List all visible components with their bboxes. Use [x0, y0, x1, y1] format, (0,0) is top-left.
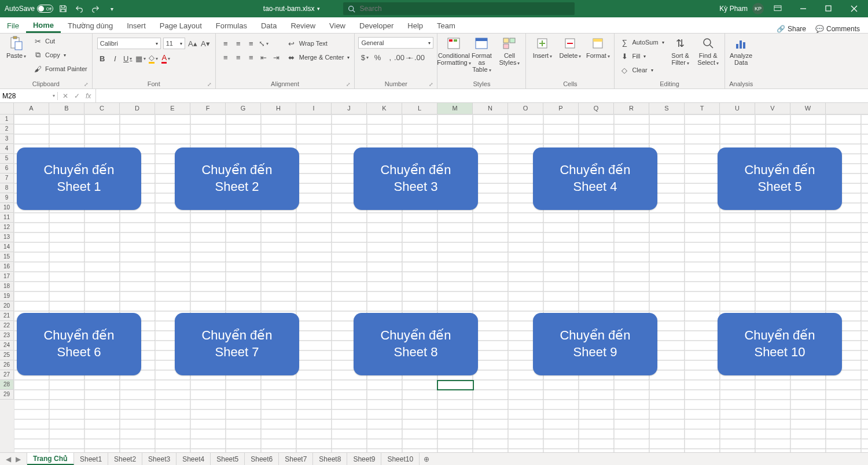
column-header[interactable]: F: [190, 103, 226, 114]
close-icon[interactable]: [843, 0, 866, 17]
cell-styles-button[interactable]: Cell Styles: [496, 35, 522, 68]
row-header[interactable]: 4: [0, 144, 14, 154]
paste-button[interactable]: Paste: [3, 35, 29, 61]
border-button[interactable]: ▦: [135, 53, 146, 64]
delete-cells-button[interactable]: Delete: [557, 35, 583, 61]
row-header[interactable]: 24: [0, 341, 14, 350]
column-header[interactable]: M: [437, 103, 473, 114]
font-launcher-icon[interactable]: ⤢: [207, 82, 212, 87]
align-top-icon[interactable]: ≡: [220, 38, 231, 49]
decrease-font-icon[interactable]: A▾: [200, 38, 211, 49]
redo-icon[interactable]: [89, 2, 102, 15]
align-middle-icon[interactable]: ≡: [233, 38, 244, 49]
ribbon-display-icon[interactable]: [766, 0, 789, 17]
copy-button[interactable]: ⧉Copy▾: [31, 49, 89, 61]
user-avatar[interactable]: KP: [752, 3, 764, 14]
tab-data[interactable]: Data: [254, 19, 284, 33]
sheet-tab[interactable]: Sheet8: [313, 453, 347, 465]
share-button[interactable]: 🔗 Share: [777, 25, 806, 33]
sheet-tab[interactable]: Sheet3: [142, 453, 176, 465]
active-cell[interactable]: [437, 380, 474, 390]
qat-customize-icon[interactable]: ▾: [105, 2, 118, 15]
nav-shape-8[interactable]: Chuyển đếnSheet 8: [354, 313, 478, 375]
decrease-decimal-icon[interactable]: ←.00: [410, 52, 421, 62]
tab-home[interactable]: Home: [26, 18, 61, 33]
column-header[interactable]: U: [720, 103, 755, 114]
column-header[interactable]: R: [614, 103, 649, 114]
column-header[interactable]: N: [473, 103, 508, 114]
tab-insert[interactable]: Insert: [120, 19, 153, 33]
tab-developer[interactable]: Developer: [352, 19, 400, 33]
font-color-button[interactable]: A: [161, 53, 171, 64]
tab-team[interactable]: Team: [430, 19, 462, 33]
row-header[interactable]: 22: [0, 321, 14, 331]
sheet-prev-icon[interactable]: ◀: [6, 455, 11, 463]
user-name[interactable]: Kỳ Pham: [719, 5, 748, 13]
tab-help[interactable]: Help: [400, 19, 430, 33]
row-header[interactable]: 8: [0, 183, 14, 193]
sheet-tab[interactable]: Sheet7: [279, 453, 313, 465]
nav-shape-7[interactable]: Chuyển đếnSheet 7: [175, 313, 299, 375]
filename[interactable]: tao-nut-bam.xlsx▾: [263, 5, 320, 13]
fill-button[interactable]: ⬇Fill▾: [618, 50, 665, 62]
row-header[interactable]: 16: [0, 262, 14, 272]
row-header[interactable]: 9: [0, 193, 14, 203]
search-input[interactable]: [360, 5, 570, 13]
maximize-icon[interactable]: [817, 0, 840, 17]
add-sheet-button[interactable]: ⊕: [420, 453, 433, 465]
column-header[interactable]: T: [685, 103, 720, 114]
column-header[interactable]: K: [367, 103, 402, 114]
sheet-tab[interactable]: Sheet1: [74, 453, 108, 465]
column-header[interactable]: B: [49, 103, 84, 114]
nav-shape-9[interactable]: Chuyển đếnSheet 9: [533, 313, 657, 375]
column-header[interactable]: O: [508, 103, 543, 114]
row-header[interactable]: 28: [0, 380, 14, 390]
autosum-button[interactable]: ∑AutoSum▾: [618, 36, 665, 49]
column-header[interactable]: D: [120, 103, 155, 114]
underline-button[interactable]: U: [123, 53, 133, 64]
column-header[interactable]: Q: [579, 103, 614, 114]
wrap-text-button[interactable]: ↩Wrap Text: [285, 37, 351, 50]
enter-formula-icon[interactable]: ✓: [74, 92, 80, 100]
minimize-icon[interactable]: [792, 0, 815, 17]
column-header[interactable]: G: [226, 103, 261, 114]
cells-area[interactable]: Chuyển đếnSheet 1Chuyển đếnSheet 2Chuyển…: [14, 115, 868, 452]
sheet-tab[interactable]: Sheet9: [347, 453, 381, 465]
column-header[interactable]: W: [790, 103, 826, 114]
row-header[interactable]: 25: [0, 350, 14, 360]
row-header[interactable]: 27: [0, 370, 14, 380]
analyze-data-button[interactable]: Analyze Data: [729, 35, 754, 67]
conditional-formatting-button[interactable]: Conditional Formatting: [441, 35, 466, 68]
align-right-icon[interactable]: ≡: [246, 52, 256, 62]
row-header[interactable]: 10: [0, 203, 14, 213]
format-cells-button[interactable]: Format: [585, 35, 610, 61]
accounting-format-icon[interactable]: $: [359, 52, 370, 62]
increase-font-icon[interactable]: A▴: [187, 38, 198, 49]
column-header[interactable]: J: [332, 103, 367, 114]
tab-thường-dùng[interactable]: Thường dùng: [61, 19, 120, 33]
merge-center-button[interactable]: ⬌Merge & Center▾: [285, 51, 351, 64]
row-header[interactable]: 20: [0, 301, 14, 311]
row-header[interactable]: 6: [0, 164, 14, 174]
nav-shape-6[interactable]: Chuyển đếnSheet 6: [17, 313, 141, 375]
orientation-icon[interactable]: ⤡: [259, 38, 269, 49]
column-header[interactable]: P: [543, 103, 579, 114]
row-header[interactable]: 7: [0, 174, 14, 183]
sheet-tab[interactable]: Trang Chủ: [27, 453, 74, 465]
column-header[interactable]: C: [84, 103, 120, 114]
nav-shape-5[interactable]: Chuyển đếnSheet 5: [718, 147, 842, 210]
tab-review[interactable]: Review: [284, 19, 322, 33]
decrease-indent-icon[interactable]: ⇤: [259, 52, 269, 62]
row-header[interactable]: 14: [0, 242, 14, 252]
column-header[interactable]: S: [649, 103, 685, 114]
save-icon[interactable]: [57, 2, 69, 15]
sheet-tab[interactable]: Sheet2: [108, 453, 142, 465]
row-header[interactable]: 1: [0, 115, 14, 124]
row-header[interactable]: 2: [0, 124, 14, 134]
font-size-input[interactable]: 11▾: [163, 38, 185, 49]
cut-button[interactable]: ✂Cut: [31, 35, 89, 47]
row-header[interactable]: 18: [0, 282, 14, 291]
align-left-icon[interactable]: ≡: [220, 52, 231, 62]
format-painter-button[interactable]: 🖌Format Painter: [31, 62, 89, 75]
italic-button[interactable]: I: [110, 53, 120, 64]
